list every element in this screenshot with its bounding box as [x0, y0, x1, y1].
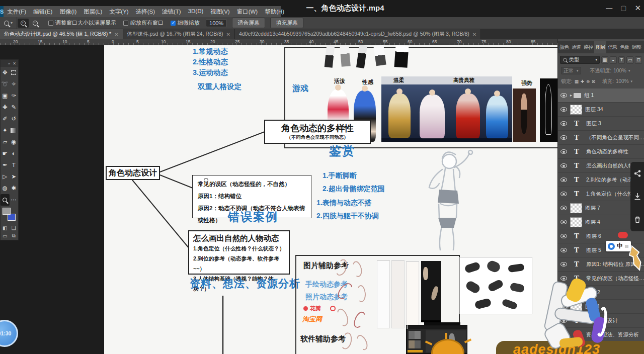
gradient-tool-icon[interactable] — [10, 125, 19, 136]
visibility-eye-icon[interactable] — [560, 318, 567, 323]
lock-all-icon[interactable]: ⊠ — [592, 79, 595, 84]
fine-zoom-checkbox[interactable]: 细微缩放 — [171, 19, 200, 27]
history-brush-tool-icon[interactable]: ↺ — [10, 113, 19, 125]
hand-tool-icon[interactable]: ✱ — [10, 183, 19, 194]
visibility-eye-icon[interactable] — [560, 149, 567, 154]
lasso-tool-icon[interactable]: ➰ — [1, 78, 10, 90]
menu-item[interactable]: 图像(I) — [56, 8, 80, 16]
adjustment-filter-icon[interactable]: ◒ — [610, 56, 617, 64]
eraser-tool-icon[interactable]: ▱ — [1, 136, 10, 148]
visibility-eye-icon[interactable] — [560, 135, 567, 140]
move-tool-icon[interactable]: ✥ — [1, 67, 10, 78]
blend-mode-select[interactable]: 正常▾ — [561, 67, 581, 74]
menu-item[interactable]: 图层(L) — [80, 8, 106, 16]
collapse-icon[interactable]: » — [8, 61, 10, 66]
fill-screen-button[interactable]: 填充屏幕 — [270, 18, 303, 28]
layer-row[interactable]: ▸ T 图层 1 — [558, 300, 644, 314]
close-tab-icon[interactable]: ✕ — [226, 32, 230, 37]
layer-row[interactable]: ▸ T （不同角色会呈现不同… — [558, 131, 644, 145]
layer-row[interactable]: ▸ T 资料、想法、资源分析 — [558, 328, 644, 342]
close-tab-icon[interactable]: ✕ — [472, 32, 476, 37]
layer-row[interactable]: ▸ T 图层 3 — [558, 117, 644, 131]
dodge-tool-icon[interactable]: ◐ — [10, 148, 19, 159]
visibility-eye-icon[interactable] — [560, 304, 567, 309]
smart-object-filter-icon[interactable]: ⊡ — [635, 56, 642, 64]
visibility-eye-icon[interactable] — [560, 290, 567, 295]
maximize-icon[interactable]: ▢ — [620, 4, 626, 13]
opacity-value[interactable]: 100% — [613, 68, 626, 73]
visibility-eye-icon[interactable] — [560, 276, 567, 281]
lock-paint-icon[interactable]: ✚ — [581, 79, 584, 84]
extra-icon[interactable]: ▭ — [1, 232, 10, 240]
resize-window-checkbox[interactable]: 调整窗口大小以满屏显示 — [48, 19, 116, 27]
video-time-bubble[interactable]: 01:30 — [0, 320, 18, 347]
pencil-tool-icon[interactable]: ✎ — [10, 102, 19, 113]
healing-brush-tool-icon[interactable]: ✚ — [1, 102, 10, 113]
close-icon[interactable]: ✕ — [634, 4, 641, 13]
close-tab-icon[interactable]: ✕ — [114, 32, 118, 37]
visibility-eye-icon[interactable] — [560, 163, 567, 168]
download-icon[interactable] — [633, 193, 641, 201]
panel-tab[interactable]: 颜色 — [558, 41, 570, 53]
zoom-all-checkbox[interactable]: 缩放所有窗口 — [123, 19, 164, 27]
smudge-tool-icon[interactable]: ☛ — [1, 148, 10, 159]
panel-tab[interactable]: 图层 — [594, 41, 606, 53]
document-tab-2[interactable]: 体型课件.psd @ 16.7% (图层 24, RGB/8)✕ — [123, 29, 235, 39]
menu-item[interactable]: 视图(V) — [207, 8, 233, 16]
layer-row[interactable]: ▸ T 图层 2 — [558, 286, 644, 300]
marquee-tool-icon[interactable] — [10, 67, 19, 78]
lock-move-icon[interactable]: ⊕ — [586, 79, 590, 84]
path-select-tool-icon[interactable]: ▷ — [1, 171, 10, 183]
edit-toolbar-icon[interactable]: ⋯ — [10, 194, 19, 206]
eyedropper-tool-icon[interactable]: ✑ — [10, 90, 19, 102]
minimize-icon[interactable]: — — [606, 4, 612, 13]
pixel-filter-icon[interactable]: ▦ — [601, 56, 608, 64]
document-tab-3[interactable]: 4d0ef92cddd13c44b50939765a209adbb6248450… — [235, 29, 481, 39]
layer-filter-select[interactable]: 类型▾ — [560, 56, 600, 64]
document-tab-1[interactable]: 角色动态设计课.psd @ 46.5% (组 1, RGB/8) *✕ — [0, 29, 123, 39]
visibility-eye-icon[interactable] — [560, 248, 567, 252]
panel-tab[interactable]: 调整 — [630, 41, 642, 53]
menu-item[interactable]: 选择(S) — [132, 8, 158, 16]
visibility-eye-icon[interactable] — [560, 234, 567, 238]
clone-stamp-tool-icon[interactable]: ✦ — [1, 125, 10, 136]
magic-wand-tool-icon[interactable]: ✧ — [10, 78, 19, 90]
active-tool-badge[interactable]: ▾ — [0, 17, 17, 29]
visibility-eye-icon[interactable] — [560, 192, 567, 196]
fit-screen-button[interactable]: 适合屏幕 — [232, 18, 265, 28]
foreground-color-swatch[interactable] — [3, 208, 11, 215]
visibility-eye-icon[interactable] — [560, 93, 567, 98]
blur-tool-icon[interactable]: ◉ — [10, 136, 19, 148]
fill-value[interactable]: 100% — [616, 78, 629, 84]
panel-tab[interactable]: 通道 — [570, 41, 582, 53]
extra-icon[interactable]: ⧉ — [10, 232, 19, 240]
pen-tool-icon[interactable]: ✒ — [1, 159, 10, 171]
visibility-eye-icon[interactable] — [560, 262, 567, 267]
visibility-eye-icon[interactable] — [560, 206, 567, 210]
panel-tab[interactable]: 路径 — [582, 41, 594, 53]
menu-item[interactable]: 滤镜(T) — [158, 8, 185, 16]
menu-item[interactable]: 3D(D) — [185, 8, 207, 16]
crop-tool-icon[interactable]: ▣ — [1, 90, 10, 102]
background-color-swatch[interactable] — [8, 214, 16, 221]
type-filter-icon[interactable]: T — [618, 56, 625, 64]
visibility-eye-icon[interactable] — [560, 107, 567, 112]
menu-item[interactable]: 文字(Y) — [106, 8, 132, 16]
type-tool-icon[interactable]: T — [10, 159, 19, 171]
layer-row[interactable]: ▸ T 角色动态的多样性 — [558, 145, 644, 159]
trash-icon[interactable] — [633, 216, 641, 224]
menu-item[interactable]: 窗口(W) — [233, 8, 262, 16]
share-icon[interactable] — [633, 169, 641, 178]
lock-transparent-icon[interactable]: ▦ — [575, 79, 579, 84]
color-swatches[interactable] — [1, 206, 18, 224]
layer-row[interactable]: ▸ T 图层 6 — [558, 229, 644, 243]
menu-item[interactable]: 编辑(E) — [30, 8, 56, 16]
zoom-in-button[interactable]: + — [18, 19, 29, 28]
shape-filter-icon[interactable]: ▭ — [626, 56, 633, 64]
visibility-eye-icon[interactable] — [560, 178, 567, 182]
direct-select-tool-icon[interactable]: ➤ — [10, 171, 19, 183]
visibility-eye-icon[interactable] — [560, 220, 567, 224]
visibility-eye-icon[interactable] — [560, 332, 567, 337]
zoom-tool-icon[interactable] — [1, 194, 10, 206]
visibility-eye-icon[interactable] — [560, 121, 567, 126]
